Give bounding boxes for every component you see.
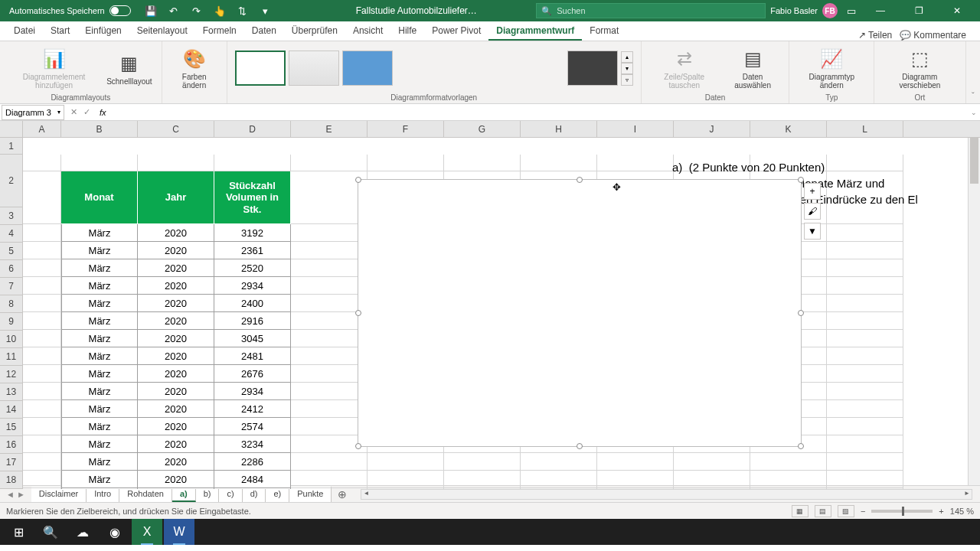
excel-task-icon[interactable]: X [132,519,162,545]
cell[interactable]: März [61,488,138,489]
cell[interactable] [444,155,521,171]
cell[interactable] [23,155,61,171]
cell[interactable] [291,453,368,471]
gallery-scroll[interactable]: ▴▾▿ [621,51,633,86]
cell[interactable] [827,277,903,295]
cell[interactable]: März [61,471,138,488]
word-task-icon[interactable]: W [164,519,194,545]
cell[interactable]: 2916 [214,312,291,330]
cell[interactable]: März [61,365,138,383]
cell[interactable] [291,418,368,435]
col-header[interactable]: E [291,121,368,137]
cell[interactable] [291,330,368,347]
select-all-corner[interactable] [0,121,23,138]
cell[interactable] [291,347,368,365]
cell[interactable] [521,453,597,471]
change-colors-button[interactable]: 🎨Farben ändern [170,47,219,90]
autosave-toggle[interactable]: Automatisches Speichern [3,5,137,16]
accept-formula-icon[interactable]: ✓ [83,107,90,117]
cell[interactable]: März [61,383,138,400]
collapse-ribbon-button[interactable]: ˇ [966,41,980,103]
cell[interactable] [674,453,750,471]
qat-more-icon[interactable]: ▾ [260,5,272,17]
cancel-formula-icon[interactable]: ✕ [70,107,77,117]
cell[interactable]: März [61,277,138,295]
fx-icon[interactable]: fx [96,108,109,117]
cell[interactable]: 2020 [138,453,214,471]
row-header[interactable]: 13 [0,383,22,401]
cell[interactable] [23,383,61,400]
cell[interactable] [827,365,903,383]
col-header[interactable]: J [674,121,750,137]
row-header[interactable]: 1 [0,138,22,155]
cell[interactable] [23,488,61,489]
cell[interactable] [827,400,903,418]
cell[interactable]: 2574 [214,418,291,435]
chart-styles-gallery[interactable]: ▴▾▿ [235,51,633,86]
cell[interactable] [23,295,61,312]
cell[interactable]: 2020 [138,347,214,365]
row-header[interactable]: 9 [0,313,22,331]
cell[interactable] [23,330,61,347]
zoom-out-button[interactable]: − [861,507,865,516]
weather-task-icon[interactable]: ☁ [67,519,98,545]
zoom-slider[interactable] [871,510,933,513]
col-header[interactable]: B [61,121,138,137]
cell[interactable]: 2520 [214,259,291,277]
row-header[interactable]: 14 [0,401,22,419]
cell[interactable] [61,155,138,171]
chart-object[interactable]: ✥ + 🖌 ▼ [358,179,802,447]
close-button[interactable]: ✕ [942,0,972,21]
cell[interactable] [23,418,61,435]
tab-formeln[interactable]: Formeln [195,22,244,41]
cell[interactable]: 2412 [214,400,291,418]
col-header[interactable]: L [827,121,903,137]
cell[interactable] [291,224,368,242]
cell[interactable]: 3045 [214,330,291,347]
search-box[interactable]: 🔍 Suchen [536,3,766,18]
col-header[interactable]: I [597,121,674,137]
col-header[interactable]: A [23,121,61,137]
cell[interactable] [444,453,521,471]
cell[interactable] [291,400,368,418]
tab-diagrammentwurf[interactable]: Diagrammentwurf [488,22,582,41]
cell[interactable] [23,453,61,471]
cell[interactable] [827,453,903,471]
change-chart-type-button[interactable]: 📈Diagrammtyp ändern [797,47,866,90]
cell[interactable] [291,383,368,400]
cell[interactable] [750,453,827,471]
col-header[interactable]: G [444,121,521,137]
cell[interactable]: 2020 [138,259,214,277]
row-header[interactable]: 7 [0,278,22,295]
row-header[interactable]: 3 [0,207,22,225]
chart-style-n[interactable] [567,51,618,86]
share-button[interactable]: ↗ Teilen [858,30,892,41]
cell[interactable] [23,471,61,488]
row-header[interactable]: 16 [0,436,22,454]
cell[interactable]: 2286 [214,453,291,471]
cell[interactable]: März [61,242,138,259]
cell[interactable] [674,471,750,488]
cell[interactable] [368,471,444,488]
cell[interactable] [23,224,61,242]
row-header[interactable]: 10 [0,331,22,348]
tab-seitenlayout[interactable]: Seitenlayout [129,22,195,41]
start-button[interactable]: ⊞ [3,519,34,545]
cell[interactable]: März [61,453,138,471]
cell[interactable] [291,259,368,277]
row-headers[interactable]: 123456789101112131415161718 [0,138,23,489]
row-header[interactable]: 6 [0,260,22,278]
row-header[interactable]: 5 [0,243,22,260]
tab-überprüfen[interactable]: Überprüfen [284,22,345,41]
cell[interactable] [291,242,368,259]
normal-view-button[interactable]: ▦ [792,505,808,517]
cell[interactable]: Jahr [138,171,214,224]
user-account[interactable]: Fabio Basler FB [770,3,838,18]
cell[interactable] [291,365,368,383]
chart-style-1[interactable] [235,51,286,86]
tab-hilfe[interactable]: Hilfe [390,22,424,41]
cell[interactable] [23,242,61,259]
cell[interactable] [597,155,674,171]
row-header[interactable]: 17 [0,454,22,471]
cell[interactable]: 3192 [214,224,291,242]
